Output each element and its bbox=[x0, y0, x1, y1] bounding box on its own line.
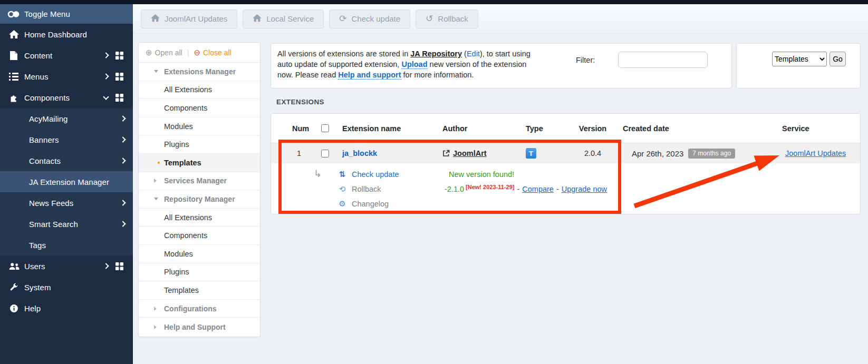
toolbar-button-label: Rollback bbox=[438, 14, 468, 23]
filter-input[interactable] bbox=[618, 52, 708, 68]
joomlart-updates-button[interactable]: JoomlArt Updates bbox=[141, 9, 237, 28]
local-service-button[interactable]: Local Service bbox=[243, 9, 324, 28]
grid-icon[interactable] bbox=[115, 262, 123, 270]
tree-item-label: Components bbox=[164, 104, 207, 112]
new-version-line: - 2.1.0 [New! 2023-11-29] - Compare - Up… bbox=[438, 182, 755, 196]
rollback-action[interactable]: ⟲ Rollback bbox=[338, 182, 438, 196]
sidebar-item-system[interactable]: System bbox=[0, 277, 133, 298]
tree-group-help-and-support[interactable]: Help and Support bbox=[139, 318, 260, 336]
tree-item-components-repo[interactable]: Components bbox=[139, 227, 260, 245]
grid-icon[interactable] bbox=[115, 52, 123, 60]
help-and-support-link[interactable]: Help and support bbox=[338, 71, 401, 80]
go-button[interactable]: Go bbox=[830, 52, 846, 66]
info-text-part: for more information. bbox=[401, 71, 474, 79]
grid-icon[interactable] bbox=[115, 94, 123, 102]
compare-link[interactable]: Compare bbox=[522, 185, 554, 193]
category-select[interactable]: Templates bbox=[772, 52, 827, 66]
table-header-row: Num Extension name Author Type Version C… bbox=[271, 114, 860, 143]
tree-item-label: All Extensions bbox=[164, 85, 212, 94]
check-update-button[interactable]: ⟳ Check update bbox=[329, 9, 410, 28]
tree-group-repository-manager[interactable]: Repository Manager bbox=[139, 190, 260, 209]
sidebar-item-toggle-menu[interactable]: Toggle Menu bbox=[0, 4, 133, 24]
tree-item-all-extensions-repo[interactable]: All Extensions bbox=[139, 209, 260, 227]
action-label: Rollback bbox=[352, 185, 381, 193]
top-black-bar bbox=[0, 0, 868, 4]
caret-down-icon bbox=[154, 70, 158, 73]
toolbar-button-label: Local Service bbox=[266, 14, 314, 23]
tree-item-label: Templates bbox=[164, 159, 201, 167]
sidebar-item-news-feeds[interactable]: News Feeds bbox=[0, 192, 133, 213]
sidebar-item-users[interactable]: Users bbox=[0, 255, 133, 277]
sidebar-item-components[interactable]: Components bbox=[0, 87, 133, 108]
select-all-checkbox[interactable] bbox=[321, 124, 329, 132]
sidebar-item-label: Content bbox=[24, 51, 52, 60]
chevron-right-icon bbox=[120, 115, 126, 121]
extension-name-link[interactable]: ja_blockk bbox=[342, 149, 377, 158]
history-icon: ⟲ bbox=[338, 184, 346, 194]
tree-item-modules[interactable]: Modules bbox=[139, 117, 260, 136]
tree-item-label: Templates bbox=[164, 286, 199, 294]
upgrade-now-link[interactable]: Upgrade now bbox=[562, 185, 607, 193]
header-extension-name: Extension name bbox=[337, 124, 438, 133]
created-date: Apr 26th, 2023 bbox=[632, 149, 683, 158]
sidebar-item-contacts[interactable]: Contacts bbox=[0, 150, 133, 171]
tree-item-label: Repository Manager bbox=[164, 195, 235, 203]
row-checkbox[interactable] bbox=[321, 150, 329, 158]
sidebar-item-ja-extension-manager[interactable]: JA Extension Manager bbox=[0, 171, 133, 192]
sidebar-item-acymailing[interactable]: AcyMailing bbox=[0, 108, 133, 129]
separator: - bbox=[556, 185, 559, 193]
users-icon bbox=[7, 262, 20, 270]
tree-group-configurations[interactable]: Configurations bbox=[139, 300, 260, 318]
tree-item-plugins[interactable]: Plugins bbox=[139, 135, 260, 154]
tree-item-templates-active[interactable]: • Templates bbox=[139, 154, 260, 172]
ja-repository-link[interactable]: JA Repository bbox=[410, 50, 462, 58]
tree-item-all-extensions[interactable]: All Extensions bbox=[139, 81, 260, 100]
row-actions: ⇅ Check update ⟲ Rollback ⚙ Changelog bbox=[337, 167, 438, 211]
filter-label: Filter: bbox=[576, 56, 595, 64]
grid-icon[interactable] bbox=[115, 73, 123, 81]
action-label: Check update bbox=[352, 170, 399, 179]
return-arrow-icon: ↳ bbox=[313, 168, 322, 180]
upload-link[interactable]: Upload bbox=[401, 60, 427, 69]
edit-link[interactable]: Edit bbox=[467, 50, 480, 58]
toggle-menu-icon bbox=[7, 11, 20, 18]
tree-item-label: Services Manager bbox=[164, 176, 227, 185]
screen: Toggle Menu Home Dashboard Content Menus bbox=[0, 0, 868, 364]
toolbar-button-label: Check update bbox=[352, 14, 401, 23]
extensions-table: Num Extension name Author Type Version C… bbox=[271, 113, 861, 214]
type-cell: T bbox=[516, 148, 573, 159]
sidebar-item-banners[interactable]: Banners bbox=[0, 129, 133, 150]
changelog-action[interactable]: ⚙ Changelog bbox=[338, 196, 438, 211]
sidebar-item-label: AcyMailing bbox=[29, 114, 68, 123]
toolbar-button-label: JoomlArt Updates bbox=[165, 14, 227, 23]
rollback-button[interactable]: ↺ Rollback bbox=[416, 9, 478, 28]
category-select-panel: Templates Go bbox=[736, 43, 861, 88]
open-all-button[interactable]: ⊕ Open all bbox=[146, 48, 182, 57]
sidebar-item-help[interactable]: Help bbox=[0, 298, 133, 319]
version-cell: 2.0.4 bbox=[584, 149, 601, 158]
sidebar-item-tags[interactable]: Tags bbox=[0, 234, 133, 255]
sidebar-item-smart-search[interactable]: Smart Search bbox=[0, 213, 133, 234]
chevron-right-icon bbox=[120, 221, 126, 227]
tree-item-templates-repo[interactable]: Templates bbox=[139, 281, 260, 300]
chevron-right-icon bbox=[120, 200, 126, 205]
check-update-action[interactable]: ⇅ Check update bbox=[338, 167, 438, 182]
chevron-right-icon bbox=[103, 263, 109, 269]
row-num: 1 bbox=[297, 149, 301, 158]
tree-item-modules-repo[interactable]: Modules bbox=[139, 245, 260, 263]
service-link[interactable]: JoomlArt Updates bbox=[785, 149, 846, 158]
tree-item-components[interactable]: Components bbox=[139, 99, 260, 117]
close-all-button[interactable]: ⊖ Close all bbox=[194, 48, 231, 57]
tree-item-plugins-repo[interactable]: Plugins bbox=[139, 263, 260, 282]
tree-group-extensions-manager[interactable]: Extensions Manager bbox=[139, 63, 260, 81]
tree-group-services-manager[interactable]: Services Manager bbox=[139, 172, 260, 191]
author-link[interactable]: JoomlArt bbox=[453, 149, 487, 158]
undo-icon: ↺ bbox=[426, 14, 433, 23]
author-cell: JoomlArt bbox=[438, 149, 516, 158]
sidebar-item-content[interactable]: Content bbox=[0, 45, 133, 66]
tree-item-label: Help and Support bbox=[164, 323, 226, 331]
sidebar-item-menus[interactable]: Menus bbox=[0, 66, 133, 87]
sidebar-item-home-dashboard[interactable]: Home Dashboard bbox=[0, 24, 133, 45]
new-version-status: New version found! bbox=[438, 167, 755, 182]
active-bullet-icon: • bbox=[157, 158, 160, 167]
